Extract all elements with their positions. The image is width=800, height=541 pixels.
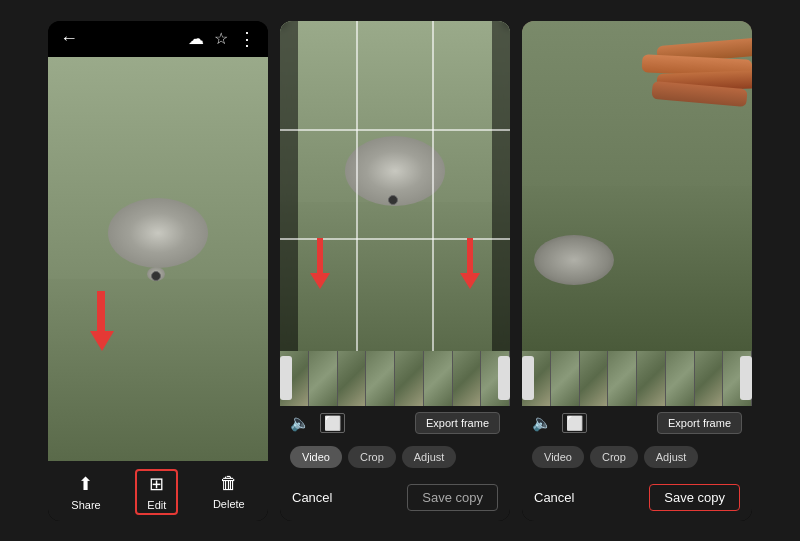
volume-icon-2[interactable]: 🔈 — [290, 413, 310, 432]
dot-indicator — [151, 271, 161, 281]
star-icon[interactable]: ☆ — [214, 29, 228, 48]
delete-label: Delete — [213, 498, 245, 510]
back-icon[interactable]: ← — [60, 28, 78, 49]
photo-bg-2 — [280, 21, 510, 351]
frame-5 — [395, 351, 424, 406]
tab-row-3: Video Crop Adjust — [522, 440, 752, 474]
share-icon: ⬆ — [78, 473, 93, 495]
save-copy-button-3[interactable]: Save copy — [649, 484, 740, 511]
more-icon[interactable]: ⋮ — [238, 28, 256, 50]
delete-button[interactable]: 🗑 Delete — [201, 469, 257, 514]
logs-area — [632, 37, 752, 117]
phone-1: ← ☁ ☆ ⋮ — [48, 21, 268, 521]
frame-3-3 — [580, 351, 609, 406]
frame-3 — [338, 351, 367, 406]
frame-2 — [309, 351, 338, 406]
frame-3-7 — [695, 351, 724, 406]
tab-adjust-3[interactable]: Adjust — [644, 446, 699, 468]
export-frame-button-2[interactable]: Export frame — [415, 412, 500, 434]
tab-video-2[interactable]: Video — [290, 446, 342, 468]
share-button[interactable]: ⬆ Share — [59, 469, 112, 515]
trim-handle-right-3[interactable] — [740, 356, 752, 400]
photo-area-1 — [48, 57, 268, 461]
export-frame-button-3[interactable]: Export frame — [657, 412, 742, 434]
tab-video-3[interactable]: Video — [532, 446, 584, 468]
top-bar-1: ← ☁ ☆ ⋮ — [48, 21, 268, 57]
red-arrow-1 — [98, 331, 106, 371]
filmstrip-3 — [522, 351, 752, 406]
volume-icon-3[interactable]: 🔈 — [532, 413, 552, 432]
rock-main — [108, 198, 208, 268]
photo-area-3 — [522, 21, 752, 351]
frame-3-6 — [666, 351, 695, 406]
tab-adjust-2[interactable]: Adjust — [402, 446, 457, 468]
blur-right — [492, 21, 510, 351]
crop-hline-1 — [280, 129, 510, 131]
cloud-icon[interactable]: ☁ — [188, 29, 204, 48]
trim-handle-left-2[interactable] — [280, 356, 292, 400]
tab-crop-2[interactable]: Crop — [348, 446, 396, 468]
photo-area-2 — [280, 21, 510, 351]
photo-bg-3 — [522, 21, 752, 351]
cancel-button-2[interactable]: Cancel — [292, 490, 332, 505]
edit-label: Edit — [147, 499, 166, 511]
frame-7 — [453, 351, 482, 406]
controls-row-2: 🔈 ⬜ Export frame — [280, 406, 510, 440]
share-label: Share — [71, 499, 100, 511]
red-arrow-2-right — [460, 238, 480, 289]
phone-3: 🔈 ⬜ Export frame Video Crop Adjust Cance… — [522, 21, 752, 521]
action-row-2: Cancel Save copy — [280, 474, 510, 521]
frame-3-5 — [637, 351, 666, 406]
action-row-3: Cancel Save copy — [522, 474, 752, 521]
frame-6 — [424, 351, 453, 406]
edit-icon: ⊞ — [149, 473, 164, 495]
cancel-button-3[interactable]: Cancel — [534, 490, 574, 505]
crop-vline-1 — [356, 21, 358, 351]
trim-handle-left-3[interactable] — [522, 356, 534, 400]
save-copy-button-2[interactable]: Save copy — [407, 484, 498, 511]
controls-row-3: 🔈 ⬜ Export frame — [522, 406, 752, 440]
blur-left — [280, 21, 298, 351]
bottom-bar-1: ⬆ Share ⊞ Edit 🗑 Delete — [48, 461, 268, 521]
edit-button[interactable]: ⊞ Edit — [135, 469, 178, 515]
video-strip-2 — [280, 351, 510, 406]
video-strip-3 — [522, 351, 752, 406]
tab-crop-3[interactable]: Crop — [590, 446, 638, 468]
red-arrow-2-left — [310, 238, 330, 289]
frame-3-4 — [608, 351, 637, 406]
photo-bg-1 — [48, 57, 268, 461]
delete-icon: 🗑 — [220, 473, 238, 494]
frame-4 — [366, 351, 395, 406]
trim-handle-right-2[interactable] — [498, 356, 510, 400]
frame-3-2 — [551, 351, 580, 406]
tab-row-2: Video Crop Adjust — [280, 440, 510, 474]
caption-icon-3[interactable]: ⬜ — [562, 413, 587, 433]
crop-vline-2 — [432, 21, 434, 351]
filmstrip-2 — [280, 351, 510, 406]
caption-icon-2[interactable]: ⬜ — [320, 413, 345, 433]
rock-3 — [534, 235, 614, 285]
phone-2: 🔈 ⬜ Export frame Video Crop Adjust Cance… — [280, 21, 510, 521]
